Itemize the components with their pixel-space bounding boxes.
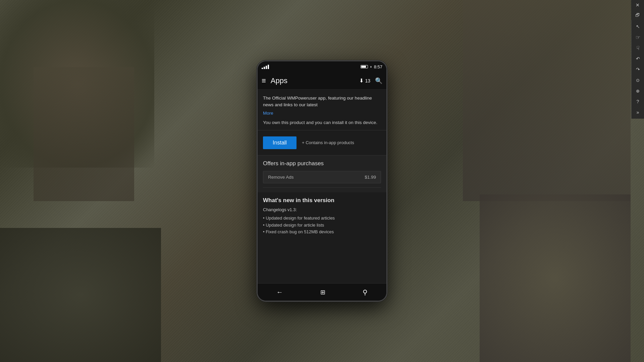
changelog-item-2: • Updated design for article lists (263, 222, 381, 229)
undo-button[interactable]: ↶ (632, 54, 644, 64)
record-icon: ⊙ (636, 78, 640, 83)
install-section: Install + Contains in-app products (258, 130, 386, 156)
finger-icon: ☞ (636, 34, 640, 41)
finger-tool-button[interactable]: ☞ (632, 32, 644, 42)
record-button[interactable]: ⊙ (632, 75, 644, 85)
signal-indicator (262, 64, 269, 69)
bg-rock-4 (463, 0, 631, 201)
purchase-item-remove-ads[interactable]: Remove Ads $1.99 (263, 171, 381, 183)
bg-rock-2 (34, 67, 134, 201)
offers-section: Offers in-app purchases Remove Ads $1.99 (258, 156, 386, 192)
close-button[interactable]: ✕ (631, 0, 644, 10)
expand-button[interactable]: » (632, 107, 644, 117)
bg-rock-3 (0, 228, 161, 362)
more-link[interactable]: More (263, 111, 273, 116)
search-nav-icon: ⚲ (363, 288, 368, 296)
content-scroll[interactable]: The Official WMPoweruser app, featuring … (258, 89, 386, 283)
minimize-button[interactable]: 🗗 (631, 10, 644, 20)
purchase-name: Remove Ads (268, 175, 294, 180)
download-count: 13 (365, 78, 370, 83)
zoom-icon: ⊕ (636, 88, 640, 94)
changelog-version: Changelogs v1.3: (263, 207, 381, 212)
redo-icon: ↷ (636, 67, 640, 72)
offers-divider (263, 187, 381, 188)
cortana-search-button[interactable]: ⚲ (356, 286, 374, 299)
help-button[interactable]: ? (632, 97, 644, 107)
finger-tool-button-2[interactable]: ☟ (632, 43, 644, 53)
window-controls: ✕ 🗗 (631, 0, 644, 20)
download-icon: ⬇ (359, 77, 364, 84)
status-right: 8:57 (361, 64, 382, 69)
app-title: Apps (271, 76, 355, 85)
status-bar: 8:57 (258, 61, 386, 72)
signal-bar-2 (264, 67, 265, 69)
bg-rock-5 (480, 194, 631, 362)
in-app-products-text: + Contains in-app products (302, 140, 354, 145)
whats-new-section: What's new in this version Changelogs v1… (258, 192, 386, 240)
description-text: The Official WMPoweruser app, featuring … (263, 95, 381, 109)
expand-icon: » (637, 110, 639, 115)
zoom-button[interactable]: ⊕ (632, 86, 644, 96)
signal-bar-4 (268, 65, 269, 69)
bottom-nav: ← ⊞ ⚲ (258, 283, 386, 301)
purchase-price: $1.99 (365, 175, 376, 180)
redo-button[interactable]: ↷ (632, 64, 644, 74)
arrow-icon: ↖ (636, 24, 640, 29)
sidebar-toolbar: ↖ ☞ ☟ ↶ ↷ ⊙ ⊕ ? » (631, 20, 644, 119)
status-time: 8:57 (374, 64, 382, 69)
battery-fill (361, 66, 366, 68)
whats-new-title: What's new in this version (263, 197, 381, 204)
changelog-item-1: • Updated design for featured articles (263, 215, 381, 222)
help-icon: ? (637, 99, 639, 104)
windows-button[interactable]: ⊞ (314, 286, 332, 299)
battery-icon (361, 65, 368, 68)
description-section: The Official WMPoweruser app, featuring … (258, 89, 386, 130)
cursor-tool-button[interactable]: ↖ (632, 21, 644, 32)
back-button[interactable]: ← (270, 286, 290, 299)
hamburger-menu-button[interactable]: ≡ (262, 76, 266, 85)
battery-tip (371, 66, 371, 68)
install-button[interactable]: Install (263, 136, 297, 149)
search-button[interactable]: 🔍 (375, 77, 382, 84)
own-product-text: You own this product and you can install… (263, 119, 381, 126)
offers-title: Offers in-app purchases (263, 160, 381, 167)
undo-icon: ↶ (636, 56, 640, 61)
changelog-item-3: • Fixed crash bug on 512MB devices (263, 229, 381, 236)
signal-bar-3 (266, 66, 267, 69)
signal-bar-1 (262, 68, 263, 69)
phone-frame: 8:57 ≡ Apps ⬇ 13 🔍 The Official WMPoweru… (257, 60, 387, 302)
windows-icon: ⊞ (320, 289, 325, 296)
app-bar: ≡ Apps ⬇ 13 🔍 (258, 72, 386, 89)
download-badge: ⬇ 13 (359, 77, 370, 84)
back-icon: ← (276, 288, 283, 296)
phone-content: The Official WMPoweruser app, featuring … (258, 89, 386, 283)
finger-down-icon: ☟ (636, 45, 640, 51)
